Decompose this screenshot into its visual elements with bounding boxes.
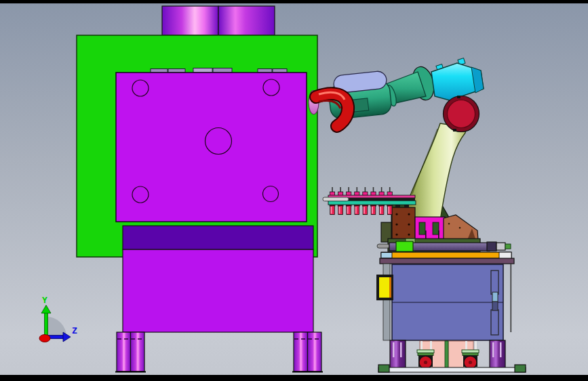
cart-caster-left[interactable] <box>417 350 434 369</box>
coordinate-triad: Y Z <box>39 295 77 342</box>
cabinet-latch[interactable] <box>492 302 498 310</box>
base-bolt-block[interactable] <box>392 202 415 242</box>
service-cart[interactable] <box>376 241 526 372</box>
tray-bar[interactable] <box>323 195 416 205</box>
tray-rod <box>323 197 349 201</box>
rail-green-block[interactable] <box>396 241 413 252</box>
z-axis-label: Z <box>72 325 77 336</box>
molding-machine[interactable] <box>77 6 323 372</box>
robot-lower-arm[interactable] <box>407 123 467 226</box>
machine-lower-band[interactable] <box>123 226 313 249</box>
cart-cabinet[interactable] <box>392 264 503 340</box>
cart-caster-right[interactable] <box>462 350 479 369</box>
machine-top-cylinder[interactable] <box>162 6 275 35</box>
mold-clamp-tabs <box>151 68 287 73</box>
cart-right-post <box>511 264 512 332</box>
cabinet-latch[interactable] <box>492 292 498 302</box>
cart-tabletop <box>380 252 514 264</box>
robot-elbow-joint[interactable] <box>444 96 479 132</box>
letterbox-top <box>0 0 588 3</box>
machine-base-box[interactable] <box>123 249 313 332</box>
mold-plate[interactable] <box>116 73 307 222</box>
robot-motor-housing[interactable] <box>431 58 484 100</box>
y-axis-label: Y <box>42 295 47 305</box>
machine-legs[interactable] <box>115 332 323 372</box>
cart-yellow-box[interactable] <box>376 275 393 300</box>
origin-marker <box>39 335 50 342</box>
cad-scene[interactable]: Y Z <box>0 0 588 381</box>
letterbox-bottom <box>0 375 588 381</box>
cart-linear-rail[interactable] <box>377 241 511 252</box>
cad-viewport[interactable]: Y Z <box>0 0 588 381</box>
